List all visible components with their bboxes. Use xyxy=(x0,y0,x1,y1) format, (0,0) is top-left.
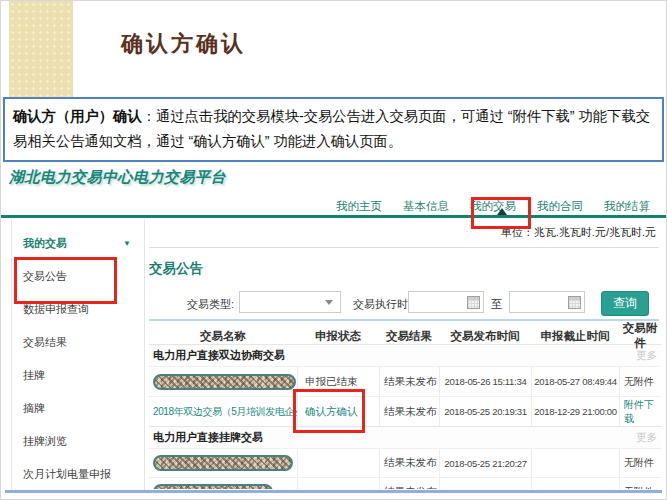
platform-title: 湖北电力交易中心电力交易平台 xyxy=(9,168,226,187)
col-publish-time: 交易发布时间 xyxy=(439,329,531,344)
chevron-down-icon xyxy=(325,300,333,305)
trade-notice-table: 交易名称 申报状态 交易结果 交易发布时间 申报截止时间 交易附件 电力用户直接… xyxy=(149,321,661,489)
redacted-text xyxy=(153,484,273,489)
col-trade-name: 交易名称 xyxy=(149,329,297,344)
exec-time-end-input[interactable] xyxy=(509,291,585,313)
table-row: 结果未发布 2018-05-25 21:20:27 无附件 xyxy=(149,448,661,477)
sidebar-item-listing[interactable]: 挂牌 xyxy=(12,359,141,392)
nav-item-my-settlement[interactable]: 我的结算 xyxy=(604,199,650,214)
description-box: 确认方（用户）确认：通过点击我的交易模块-交易公告进入交易页面，可通过 “附件下… xyxy=(3,97,664,162)
nav-divider xyxy=(1,215,666,218)
calendar-icon[interactable] xyxy=(467,296,480,309)
group-row-bilateral: 电力用户直接双边协商交易 更多 xyxy=(149,344,661,366)
table-header-row: 交易名称 申报状态 交易结果 交易发布时间 申报截止时间 交易附件 xyxy=(149,321,661,344)
chevron-down-icon: ▼ xyxy=(123,239,131,248)
table-row: 申报已结束 结果未发布 2018-05-26 15:11:34 2018-05-… xyxy=(149,366,661,396)
exec-time-start-input[interactable] xyxy=(408,291,484,313)
sidebar-item-next-month-plan[interactable]: 次月计划电量申报 xyxy=(12,458,141,491)
annotation-box-confirm-status xyxy=(293,389,365,433)
sidebar-item-delisting[interactable]: 摘牌 xyxy=(12,392,141,425)
nav-item-home[interactable]: 我的主页 xyxy=(336,199,382,214)
page-title: 确认方确认 xyxy=(121,29,246,59)
trade-type-label: 交易类型: xyxy=(187,297,234,312)
more-link[interactable]: 更多 xyxy=(636,431,657,445)
header-divider xyxy=(149,247,659,248)
panel-heading: 交易公告 xyxy=(149,260,203,278)
slide: 确认方确认 确认方（用户）确认：通过点击我的交易模块-交易公告进入交易页面，可通… xyxy=(0,0,667,500)
redacted-text xyxy=(153,455,293,471)
table-row: 结果未发布 2018-05-21 10:51:14 无附件 xyxy=(149,477,661,489)
description-lead: 确认方（用户）确认 xyxy=(13,108,142,124)
screenshot-bottom-edge xyxy=(5,490,662,493)
col-deadline: 申报截止时间 xyxy=(531,329,619,344)
trade-type-select[interactable] xyxy=(239,291,341,313)
calendar-icon[interactable] xyxy=(568,296,581,309)
nav-item-basic-info[interactable]: 基本信息 xyxy=(403,199,449,214)
trade-name-link[interactable]: 2018年双边交易（5月培训发电企业） xyxy=(153,405,297,419)
more-link[interactable]: 更多 xyxy=(636,349,657,363)
slide-accent-strip xyxy=(9,1,73,97)
col-declare-status: 申报状态 xyxy=(297,329,379,344)
sidebar-item-trade-results[interactable]: 交易结果 xyxy=(12,326,141,359)
query-button[interactable]: 查询 xyxy=(601,291,649,316)
annotation-box-sidebar-trade-notice xyxy=(14,257,117,304)
redacted-text xyxy=(153,374,296,390)
table-row: 2018年双边交易（5月培训发电企业） 确认方确认 结果未发布 2018-05-… xyxy=(149,396,661,426)
col-attachment: 交易附件 xyxy=(619,321,661,351)
to-label: 至 xyxy=(491,297,502,312)
nav-item-my-contracts[interactable]: 我的合同 xyxy=(537,199,583,214)
sidebar-header-my-trades[interactable]: 我的交易 ▼ xyxy=(12,227,141,260)
sidebar-item-listing-browse[interactable]: 挂牌浏览 xyxy=(12,425,141,458)
group-row-listing: 电力用户直接挂牌交易 更多 xyxy=(149,426,661,448)
sidebar-divider xyxy=(144,219,145,491)
attachment-download-link[interactable]: 附件下载 xyxy=(624,398,661,426)
col-trade-result: 交易结果 xyxy=(379,329,439,344)
annotation-box-nav-my-trades xyxy=(471,197,531,229)
